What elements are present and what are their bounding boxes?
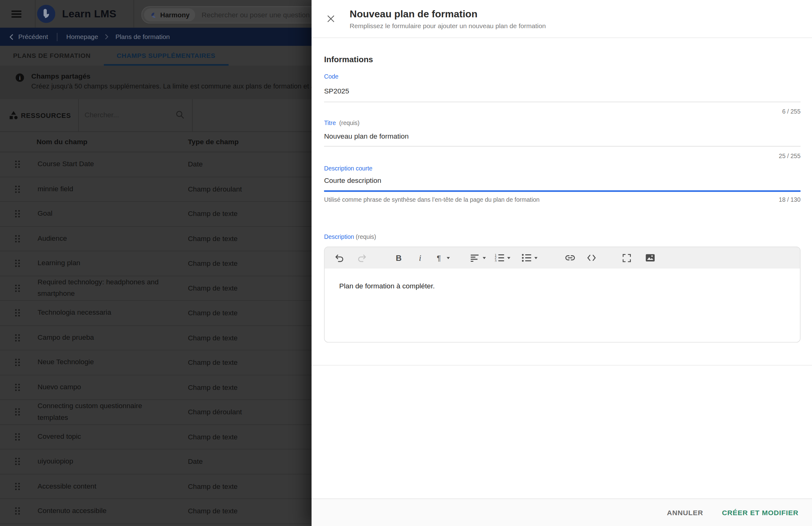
- drawer-header: Nouveau plan de formation Remplissez le …: [311, 0, 812, 38]
- title-underline: [324, 146, 800, 147]
- code-counter: 6 / 255: [324, 108, 800, 115]
- editor-toolbar: Bi¶123: [324, 247, 800, 269]
- drawer-body: Informations Code SP2025 6 / 255 Titre (…: [311, 38, 812, 343]
- chevron-down-icon[interactable]: [483, 257, 486, 259]
- code-icon[interactable]: [586, 251, 596, 265]
- create-and-edit-button[interactable]: CRÉER ET MODIFIER: [722, 509, 798, 516]
- short-description-field[interactable]: Courte description: [324, 177, 800, 185]
- cancel-button[interactable]: ANNULER: [667, 509, 703, 516]
- code-field[interactable]: SP2025: [324, 88, 800, 95]
- paragraph-icon[interactable]: ¶: [434, 251, 444, 265]
- drawer-subtitle: Remplissez le formulaire pour ajouter un…: [350, 22, 546, 30]
- title-field[interactable]: Nouveau plan de formation: [324, 133, 800, 140]
- description-label: Description (requis): [324, 234, 800, 240]
- svg-text:3: 3: [495, 259, 496, 262]
- align-icon[interactable]: [470, 251, 480, 265]
- title-counter: 25 / 255: [324, 153, 800, 159]
- redo-icon[interactable]: [357, 251, 367, 265]
- code-underline: [324, 102, 800, 102]
- drawer-footer: ANNULER CRÉER ET MODIFIER: [311, 498, 812, 526]
- short-description-helper-row: Utilisé comme phrase de synthèse dans l’…: [324, 196, 800, 203]
- chevron-down-icon[interactable]: [507, 257, 510, 259]
- bullet-list-icon[interactable]: [521, 251, 532, 265]
- bold-icon[interactable]: B: [394, 251, 404, 265]
- undo-icon[interactable]: [334, 251, 345, 265]
- drawer-title: Nouveau plan de formation: [350, 9, 478, 20]
- drawer-divider: [311, 365, 812, 366]
- rich-text-editor: Bi¶123 Plan de formation à compléter.: [324, 246, 800, 343]
- close-icon[interactable]: [327, 15, 335, 23]
- chevron-down-icon[interactable]: [447, 257, 450, 259]
- section-heading: Informations: [324, 38, 800, 64]
- chevron-down-icon[interactable]: [535, 257, 538, 259]
- short-description-counter: 18 / 130: [779, 196, 800, 203]
- short-description-label: Description courte: [324, 165, 800, 171]
- new-plan-drawer: Nouveau plan de formation Remplissez le …: [311, 0, 812, 526]
- editor-content[interactable]: Plan de formation à compléter.: [324, 269, 800, 303]
- short-description-helper: Utilisé comme phrase de synthèse dans l’…: [324, 196, 539, 203]
- title-label: Titre (requis): [324, 120, 800, 126]
- fullscreen-icon[interactable]: [622, 251, 632, 265]
- link-icon[interactable]: [565, 251, 575, 265]
- ordered-list-icon[interactable]: 123: [494, 251, 505, 265]
- italic-icon[interactable]: i: [415, 251, 425, 265]
- code-label: Code: [324, 74, 800, 80]
- page: Learn LMS Harmony Rechercher ou poser un…: [0, 0, 812, 526]
- short-description-underline-focused: [324, 190, 800, 192]
- image-icon[interactable]: [645, 251, 656, 265]
